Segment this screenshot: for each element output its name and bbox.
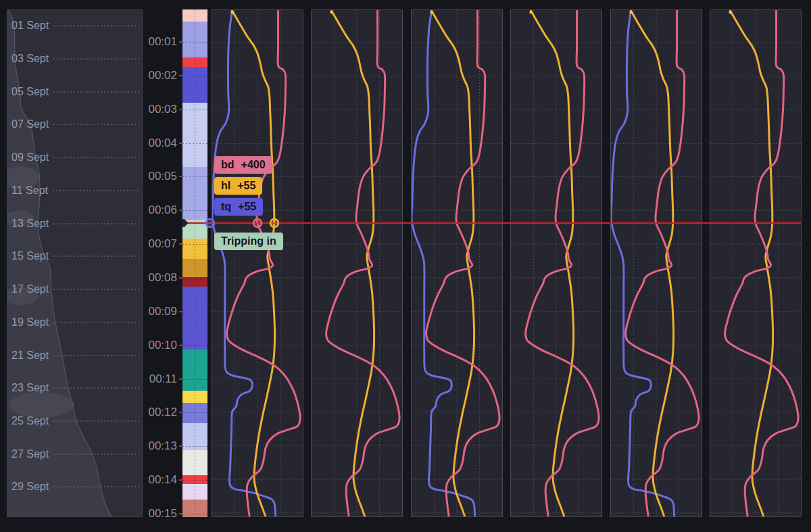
strip-minute-gridline <box>182 379 207 380</box>
date-leader-line <box>53 454 139 455</box>
date-sidebar: 01 Sept03 Sept05 Sept07 Sept09 Sept11 Se… <box>7 9 143 517</box>
date-label: 07 Sept <box>11 118 49 130</box>
strip-minute-gridline <box>182 278 207 279</box>
chart-track-5[interactable] <box>610 9 702 517</box>
date-leader-line <box>53 223 139 224</box>
date-leader-line <box>53 58 139 59</box>
strip-minute-gridline <box>182 312 207 312</box>
chart-track-4[interactable] <box>510 9 602 517</box>
tooltip-tq: tq+55 <box>214 198 263 216</box>
time-row: 00:04 <box>148 137 184 150</box>
curve-bd <box>326 11 400 516</box>
date-label: 01 Sept <box>11 20 49 32</box>
time-label: 00:15 <box>148 507 177 521</box>
strip-minute-gridline <box>182 143 207 144</box>
time-label: 00:09 <box>148 305 177 318</box>
time-row: 00:11 <box>149 372 184 386</box>
date-label: 03 Sept <box>11 53 49 65</box>
time-row: 00:05 <box>148 170 184 183</box>
strip-minute-gridline <box>182 42 207 43</box>
time-label: 00:10 <box>148 339 177 352</box>
date-leader-line <box>53 387 139 389</box>
chart-track-3[interactable] <box>411 9 503 517</box>
date-row: 27 Sept <box>11 448 139 461</box>
date-row: 11 Sept <box>11 184 139 197</box>
time-row: 00:13 <box>148 439 184 453</box>
tooltip-bd-name: bd <box>221 159 235 171</box>
time-label: 00:08 <box>148 271 177 285</box>
date-label: 09 Sept <box>11 151 49 164</box>
date-row: 03 Sept <box>11 52 139 66</box>
time-row: 00:15 <box>148 507 184 521</box>
date-label: 19 Sept <box>11 316 49 329</box>
time-label: 00:14 <box>148 473 177 487</box>
tooltip-hl-value: +55 <box>237 180 255 192</box>
tooltip-hl-name: hl <box>221 180 230 192</box>
date-row: 07 Sept <box>11 118 139 131</box>
time-label: 00:01 <box>148 35 177 49</box>
date-row: 09 Sept <box>11 151 139 164</box>
time-row: 00:08 <box>148 271 184 285</box>
strip-minute-gridline <box>182 176 207 177</box>
date-label: 27 Sept <box>11 448 49 460</box>
date-leader-line <box>53 486 139 487</box>
date-row: 25 Sept <box>11 414 139 428</box>
time-label: 00:02 <box>148 69 177 82</box>
curve-bd <box>725 11 799 516</box>
date-leader-line <box>53 190 139 191</box>
tooltip-bd-value: +400 <box>241 159 266 171</box>
strip-minute-gridline <box>182 244 207 245</box>
activity-strip[interactable] <box>182 9 207 517</box>
date-label: 25 Sept <box>11 415 49 427</box>
time-row: 00:02 <box>148 69 184 82</box>
date-leader-line <box>53 91 139 93</box>
curve-tq <box>212 11 276 516</box>
time-label: 00:04 <box>148 137 177 150</box>
time-label: 00:03 <box>148 103 177 116</box>
strip-center-gridline <box>195 9 195 517</box>
status-label: Tripping in <box>214 233 283 250</box>
strip-minute-gridline <box>182 76 207 76</box>
date-label: 13 Sept <box>11 218 49 230</box>
status-label-text: Tripping in <box>221 235 276 247</box>
strip-minute-gridline <box>182 480 207 481</box>
time-axis: 00:0100:0200:0300:0400:0500:0600:0700:08… <box>143 9 184 517</box>
time-row: 00:07 <box>148 237 184 251</box>
date-leader-line <box>53 256 139 257</box>
strip-minute-gridline <box>182 110 207 110</box>
date-label: 29 Sept <box>11 481 49 493</box>
time-row: 00:06 <box>148 203 184 217</box>
time-label: 00:13 <box>148 439 177 453</box>
chart-track-2[interactable] <box>311 9 403 517</box>
time-row: 00:09 <box>148 305 184 318</box>
curve-tq <box>412 11 475 516</box>
date-label: 15 Sept <box>11 250 49 262</box>
date-leader-line <box>53 124 139 125</box>
date-leader-line <box>53 289 139 290</box>
date-label: 05 Sept <box>11 86 49 98</box>
strip-minute-gridline <box>182 412 207 413</box>
strip-minute-gridline <box>182 446 207 447</box>
date-leader-line <box>53 420 139 422</box>
tooltip-tq-name: tq <box>221 201 231 213</box>
date-leader-line <box>53 355 139 356</box>
date-label: 11 Sept <box>11 185 48 197</box>
time-label: 00:11 <box>149 372 177 386</box>
time-row: 00:12 <box>148 406 184 419</box>
chart-track-1[interactable] <box>212 9 303 517</box>
time-row: 00:03 <box>148 103 184 116</box>
date-label: 23 Sept <box>11 382 49 394</box>
date-leader-line <box>53 157 139 158</box>
time-label: 00:07 <box>148 237 177 251</box>
date-row: 19 Sept <box>11 316 139 329</box>
date-row: 01 Sept <box>11 19 139 32</box>
tooltip-bd: bd+400 <box>214 156 272 174</box>
curve-bd <box>526 11 599 516</box>
time-row: 00:10 <box>148 339 184 352</box>
curve-bd <box>227 11 301 516</box>
chart-track-6[interactable] <box>710 9 802 517</box>
time-label: 00:06 <box>148 203 177 217</box>
strip-minute-gridline <box>182 514 207 514</box>
date-row: 05 Sept <box>11 85 139 99</box>
time-row: 00:01 <box>148 35 184 49</box>
